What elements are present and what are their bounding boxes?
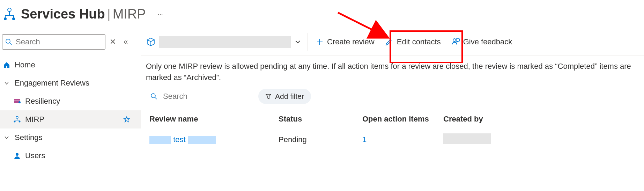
col-header-open[interactable]: Open action items bbox=[362, 115, 443, 124]
col-header-name[interactable]: Review name bbox=[146, 115, 279, 124]
redacted-text bbox=[149, 136, 171, 144]
svg-line-24 bbox=[338, 13, 387, 37]
svg-point-14 bbox=[14, 121, 16, 123]
svg-rect-9 bbox=[14, 99, 20, 101]
table-row[interactable]: test Pending 1 bbox=[146, 129, 639, 150]
table-search[interactable] bbox=[146, 89, 249, 104]
cube-icon bbox=[146, 37, 156, 47]
sidebar-search[interactable] bbox=[2, 34, 105, 50]
col-header-status[interactable]: Status bbox=[279, 115, 362, 124]
clear-search-icon[interactable]: ✕ bbox=[110, 37, 116, 46]
plus-icon bbox=[316, 38, 324, 46]
svg-point-0 bbox=[8, 8, 11, 12]
annotation-arrow bbox=[335, 10, 394, 45]
search-icon bbox=[2, 38, 14, 45]
sidebar-search-input[interactable] bbox=[14, 37, 105, 46]
svg-point-16 bbox=[16, 153, 18, 156]
favorite-icon[interactable] bbox=[123, 116, 130, 123]
chevron-down-icon bbox=[1, 135, 12, 140]
svg-point-15 bbox=[19, 121, 21, 123]
annotation-highlight-box bbox=[390, 30, 463, 63]
resource-dropdown[interactable] bbox=[159, 36, 301, 48]
more-icon[interactable]: ··· bbox=[158, 10, 163, 18]
sidebar-search-row: ✕ « bbox=[0, 31, 141, 56]
title-secondary: MIRP bbox=[113, 7, 146, 21]
chevron-down-icon bbox=[1, 80, 12, 86]
filter-row: Add filter bbox=[141, 86, 644, 110]
sidebar-item-engagement-reviews[interactable]: Engagement Reviews bbox=[0, 74, 141, 92]
sidebar-item-label: Settings bbox=[15, 133, 43, 142]
add-filter-button[interactable]: Add filter bbox=[258, 89, 311, 104]
toolbar-divider bbox=[307, 33, 308, 51]
page-header: Services Hub|MIRP ··· bbox=[0, 0, 644, 28]
funnel-icon bbox=[265, 93, 272, 100]
table-search-input[interactable] bbox=[161, 92, 249, 101]
toolbar-action-label: Give feedback bbox=[463, 37, 512, 46]
add-filter-label: Add filter bbox=[275, 92, 304, 101]
review-name-link[interactable]: test bbox=[146, 135, 279, 144]
sidebar-item-resiliency[interactable]: Resiliency bbox=[0, 92, 141, 110]
resource-selector[interactable] bbox=[146, 36, 301, 48]
chevron-down-icon bbox=[295, 39, 301, 45]
sidebar-item-label: Engagement Reviews bbox=[15, 79, 89, 88]
col-header-created[interactable]: Created by bbox=[443, 115, 639, 124]
table-header-row: Review name Status Open action items Cre… bbox=[146, 110, 639, 129]
redacted-resource-name bbox=[159, 36, 291, 48]
sidebar-item-label: Resiliency bbox=[25, 97, 60, 106]
collapse-sidebar-icon[interactable]: « bbox=[124, 37, 128, 46]
hierarchy-icon bbox=[12, 116, 22, 123]
review-name-text: test bbox=[173, 135, 185, 144]
svg-line-23 bbox=[155, 97, 157, 99]
resiliency-icon bbox=[12, 97, 22, 105]
sidebar-item-mirp[interactable]: MIRP bbox=[0, 110, 141, 128]
sidebar-item-settings[interactable]: Settings bbox=[0, 128, 141, 147]
home-icon bbox=[1, 61, 12, 69]
open-items-link[interactable]: 1 bbox=[362, 135, 443, 144]
title-primary: Services Hub bbox=[21, 7, 105, 21]
svg-point-6 bbox=[12, 17, 15, 20]
sidebar-item-users[interactable]: Users bbox=[0, 147, 141, 165]
sidebar: ✕ « Home Engagement Reviews Resiliency bbox=[0, 28, 141, 191]
sidebar-item-label: Users bbox=[25, 151, 45, 160]
sidebar-item-label: Home bbox=[15, 60, 35, 69]
svg-point-7 bbox=[6, 39, 10, 43]
review-status: Pending bbox=[279, 135, 362, 144]
search-icon bbox=[146, 93, 161, 100]
created-by bbox=[443, 133, 639, 146]
redacted-text bbox=[443, 133, 491, 144]
page-title: Services Hub|MIRP bbox=[21, 7, 146, 22]
hierarchy-icon bbox=[2, 7, 17, 21]
sidebar-item-home[interactable]: Home bbox=[0, 56, 141, 74]
svg-point-22 bbox=[151, 94, 155, 98]
sidebar-item-label: MIRP bbox=[25, 115, 44, 124]
svg-line-8 bbox=[10, 43, 12, 45]
svg-point-11 bbox=[16, 116, 18, 118]
user-icon bbox=[12, 152, 22, 160]
redacted-text bbox=[188, 136, 216, 144]
svg-point-5 bbox=[4, 17, 7, 20]
reviews-table: Review name Status Open action items Cre… bbox=[141, 110, 644, 150]
